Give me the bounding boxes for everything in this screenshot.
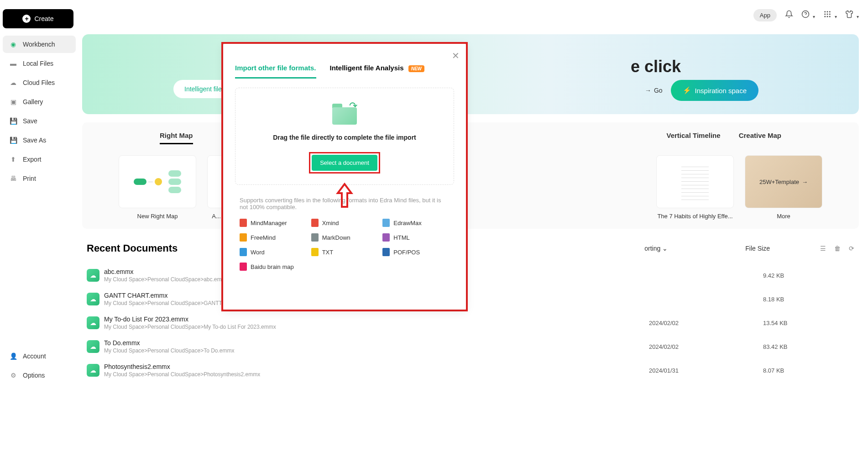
templates-tabs: Right Map Vertical Timeline Creative Map — [91, 131, 850, 147]
document-row[interactable]: ☁ GANTT CHART.emmx My Cloud Space>Person… — [87, 287, 854, 311]
template-preview — [656, 155, 734, 208]
doc-info: My To-do List For 2023.emmx My Cloud Spa… — [104, 316, 649, 330]
folder-open-icon: ↷ — [331, 102, 358, 125]
format-item: FreeMind — [240, 233, 307, 242]
svg-point-8 — [824, 16, 826, 17]
format-name: POF/POS — [393, 249, 420, 256]
format-name: FreeMind — [251, 234, 276, 241]
doc-name: To Do.emmx — [104, 339, 649, 347]
sidebar-item-label: Gallery — [23, 98, 43, 105]
format-item: POF/POS — [382, 248, 450, 256]
svg-point-3 — [826, 11, 828, 12]
dropzone[interactable]: ↷ Drag the file directly to complete the… — [235, 88, 454, 185]
lightning-icon: ⚡ — [683, 86, 691, 95]
sidebar-item-label: Options — [23, 372, 45, 379]
refresh-icon[interactable]: ⟳ — [849, 245, 854, 252]
close-icon[interactable]: ✕ — [452, 50, 460, 61]
file-format-icon — [240, 248, 247, 256]
sort-label: orting — [644, 245, 660, 252]
help-icon[interactable]: ▾ — [801, 10, 815, 21]
shirt-icon[interactable]: ▾ — [845, 10, 859, 21]
format-item: Xmind — [311, 219, 378, 227]
doc-size: 9.42 KB — [763, 272, 854, 279]
template-card-new-right-map[interactable]: New Right Map — [119, 155, 196, 220]
sidebar-item-cloud-files[interactable]: ☁ Cloud Files — [3, 74, 76, 91]
sidebar-item-workbench[interactable]: ◉ Workbench — [3, 36, 76, 53]
bell-icon[interactable] — [785, 10, 793, 21]
sidebar-item-label: Cloud Files — [23, 79, 55, 86]
svg-point-9 — [826, 16, 828, 17]
sidebar-item-label: Account — [23, 352, 46, 360]
plus-icon: + — [22, 15, 31, 23]
folder-icon: ▬ — [9, 59, 17, 68]
doc-path: My Cloud Space>Personal CloudSpace>To Do… — [104, 347, 649, 354]
tab-creative-map[interactable]: Creative Map — [739, 131, 781, 144]
select-document-button[interactable]: Select a document — [312, 155, 377, 171]
sidebar-item-export[interactable]: ⬆ Export — [3, 151, 76, 168]
file-format-icon — [240, 263, 247, 271]
sidebar-item-label: Local Files — [23, 60, 53, 67]
format-name: EdrawMax — [393, 220, 421, 226]
file-format-icon — [240, 219, 247, 227]
tab-right-map[interactable]: Right Map — [160, 131, 193, 144]
doc-size: 8.07 KB — [763, 367, 854, 374]
sidebar-item-account[interactable]: 👤 Account — [3, 347, 76, 365]
tab-intelligent-analysis[interactable]: Intelligent file Analysis NEW — [330, 64, 425, 79]
go-button[interactable]: → Go — [645, 87, 663, 94]
recent-documents: Recent Documents orting ⌄ File Size ☰ 🗑 … — [82, 242, 859, 382]
create-label: Create — [34, 15, 53, 22]
template-preview — [119, 155, 196, 208]
list-view-icon[interactable]: ☰ — [820, 245, 826, 252]
doc-size: 13.54 KB — [763, 320, 854, 326]
inspiration-space-button[interactable]: ⚡ Inspiration space — [671, 80, 758, 101]
sidebar-item-label: Workbench — [23, 41, 55, 48]
docs-list: ☁ abc.emmx My Cloud Space>Personal Cloud… — [87, 263, 854, 382]
template-preview-more: 25W+Template → — [745, 155, 822, 208]
tab-vertical-timeline[interactable]: Vertical Timeline — [667, 131, 721, 144]
doc-path: My Cloud Space>Personal CloudSpace>Photo… — [104, 371, 649, 378]
sidebar-item-options[interactable]: ⚙ Options — [3, 367, 76, 384]
document-row[interactable]: ☁ Photosynthesis2.emmx My Cloud Space>Pe… — [87, 358, 854, 382]
app-badge[interactable]: App — [753, 9, 777, 21]
svg-point-4 — [829, 11, 831, 12]
gear-icon: ⚙ — [9, 371, 17, 379]
document-row[interactable]: ☁ My To-do List For 2023.emmx My Cloud S… — [87, 311, 854, 335]
sort-column[interactable]: orting ⌄ — [644, 245, 668, 252]
template-label: More — [745, 213, 822, 220]
create-button[interactable]: + Create — [3, 9, 73, 28]
cloud-file-icon: ☁ — [87, 293, 99, 305]
cloud-icon: ☁ — [9, 79, 17, 87]
doc-size: 83.42 KB — [763, 343, 854, 350]
tab-import-formats[interactable]: Import other file formats. — [235, 64, 316, 79]
modal-tabs: Import other file formats. Intelligent f… — [235, 64, 454, 79]
format-name: Baidu brain map — [251, 263, 294, 270]
grid-icon[interactable]: ▾ — [823, 10, 837, 21]
format-name: HTML — [393, 234, 409, 241]
file-size-column[interactable]: File Size — [745, 245, 770, 252]
sidebar-item-label: Save — [23, 117, 37, 125]
sidebar-item-gallery[interactable]: ▣ Gallery — [3, 93, 76, 110]
template-card-more[interactable]: 25W+Template → More — [745, 155, 822, 220]
trash-icon[interactable]: 🗑 — [834, 245, 841, 252]
recent-columns: orting ⌄ File Size ☰ 🗑 ⟳ — [644, 245, 854, 252]
main: e click Intelligent file → Go ⚡ Inspirat… — [82, 34, 859, 382]
export-icon: ⬆ — [9, 155, 17, 163]
sidebar-item-print[interactable]: 🖶 Print — [3, 170, 76, 187]
doc-name: My To-do List For 2023.emmx — [104, 316, 649, 323]
doc-path: My Cloud Space>Personal CloudSpace>My To… — [104, 324, 649, 330]
workbench-icon: ◉ — [9, 40, 17, 48]
document-row[interactable]: ☁ To Do.emmx My Cloud Space>Personal Clo… — [87, 335, 854, 358]
template-card-7-habits[interactable]: The 7 Habits of Highly Effe... — [656, 155, 734, 220]
file-format-icon — [240, 233, 247, 242]
document-row[interactable]: ☁ abc.emmx My Cloud Space>Personal Cloud… — [87, 263, 854, 287]
sidebar-item-save-as[interactable]: 💾 Save As — [3, 131, 76, 149]
template-label: New Right Map — [119, 213, 196, 220]
go-label: Go — [654, 87, 663, 94]
sidebar-item-local-files[interactable]: ▬ Local Files — [3, 55, 76, 72]
sidebar-item-save[interactable]: 💾 Save — [3, 112, 76, 130]
sidebar-bottom: 👤 Account ⚙ Options — [3, 347, 76, 386]
format-item: Baidu brain map — [240, 263, 307, 271]
gallery-icon: ▣ — [9, 98, 17, 106]
recent-title: Recent Documents — [87, 242, 178, 254]
hero-banner: e click Intelligent file → Go ⚡ Inspirat… — [82, 34, 859, 114]
